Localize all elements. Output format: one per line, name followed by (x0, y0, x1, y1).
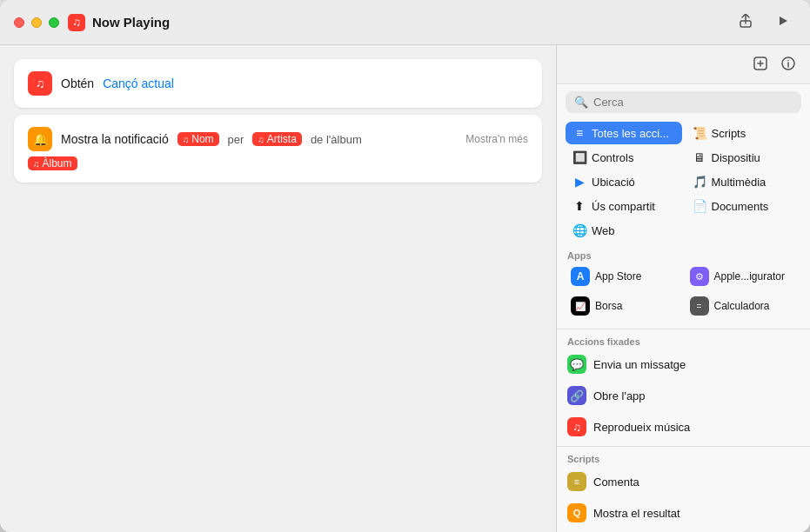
appstore-icon: A (571, 267, 590, 286)
category-label-totes: Totes les acci... (592, 127, 669, 140)
web-icon: 🌐 (572, 223, 586, 237)
apps-section: A App Store ⚙ Apple...igurator (557, 263, 810, 325)
documents-icon: 📄 (693, 199, 706, 213)
category-grid: ≡ Totes les acci... 📜 Scripts 🔲 Controls… (557, 120, 810, 247)
block-icon-bell: 🔔 (28, 127, 52, 151)
block-link-song[interactable]: Cançó actual (103, 76, 174, 90)
block-label-get: Obtén (61, 76, 94, 90)
envia-icon: 💬 (567, 355, 586, 374)
block-icon-music: ♫ (28, 71, 52, 96)
calculadora-icon: = (690, 296, 709, 316)
us-compartit-icon: ⬆ (572, 199, 586, 213)
title-bar-actions (735, 10, 793, 35)
divider-apps-fixed (557, 329, 810, 329)
action-label-reprodueix: Reprodueix música (593, 421, 690, 434)
category-label-web: Web (592, 224, 615, 237)
svg-point-3 (787, 60, 789, 62)
app-label-appstore: App Store (595, 270, 641, 283)
actions-panel: 🔍 ≡ Totes les acci... 📜 Scripts 🔲 (556, 45, 810, 532)
title-bar: ♫ Now Playing (0, 0, 810, 45)
app-icon: ♫ (68, 14, 85, 31)
category-pill-ubicacio[interactable]: ▶ Ubicació (566, 170, 682, 193)
action-label-obre: Obre l'app (593, 389, 646, 402)
controls-icon: 🔲 (572, 150, 586, 164)
main-window: ♫ Now Playing ♫ Obté (0, 0, 810, 532)
share-button[interactable] (735, 10, 756, 35)
ubicacio-icon: ▶ (572, 175, 586, 189)
multimedia-icon: 🎵 (693, 175, 706, 189)
actions-info-button[interactable] (777, 54, 800, 76)
category-label-controls: Controls (592, 151, 633, 164)
workflow-block-notify: 🔔 Mostra la notificació ♫ Nom per ♫ Arti… (14, 115, 542, 183)
scripts-icon: 📜 (693, 126, 706, 140)
appleconfigurator-icon: ⚙ (690, 267, 709, 286)
minimize-button[interactable] (31, 17, 42, 28)
close-button[interactable] (14, 17, 24, 28)
action-label-comenta: Comenta (593, 475, 639, 489)
category-pill-scripts[interactable]: 📜 Scripts (686, 122, 802, 144)
block-tag-album[interactable]: ♫ Àlbum (28, 156, 77, 170)
text-per: per (228, 133, 244, 146)
category-pill-documents[interactable]: 📄 Documents (686, 195, 802, 217)
category-pill-web[interactable]: 🌐 Web (566, 219, 682, 242)
divider-fixed-scripts (557, 446, 810, 447)
comenta-icon: ≡ (567, 472, 586, 491)
category-label-dispositiu: Dispositiu (712, 151, 760, 164)
category-pill-multimedia[interactable]: 🎵 Multimèdia (686, 170, 802, 193)
dispositiu-icon: 🖥 (693, 150, 706, 164)
block-tag-nom[interactable]: ♫ Nom (177, 132, 219, 146)
action-item-mostra-avis[interactable]: ! Mostra un avís (557, 529, 810, 532)
action-item-comenta[interactable]: ≡ Comenta (557, 466, 810, 497)
action-item-reprodueix[interactable]: ♫ Reprodueix música (557, 411, 810, 442)
action-item-envia[interactable]: 💬 Envia un missatge (557, 349, 810, 380)
app-label-calculadora: Calculadora (714, 300, 770, 312)
traffic-lights (14, 17, 59, 28)
obre-icon: 🔗 (567, 386, 586, 405)
app-item-appstore[interactable]: A App Store (566, 263, 683, 290)
action-item-obre[interactable]: 🔗 Obre l'app (557, 380, 810, 411)
block-tag-artista[interactable]: ♫ Artista (252, 132, 302, 146)
category-pill-controls[interactable]: 🔲 Controls (566, 146, 682, 169)
main-content: ♫ Obtén Cançó actual 🔔 Mostra la notific… (0, 45, 810, 532)
actions-header (557, 45, 810, 84)
category-label-ubicacio: Ubicació (592, 176, 635, 189)
show-more-button[interactable]: Mostra'n més (465, 133, 528, 145)
reprodueix-icon: ♫ (567, 417, 586, 436)
workflow-block-get: ♫ Obtén Cançó actual (14, 59, 542, 108)
block-inner-get: ♫ Obtén Cançó actual (28, 71, 528, 96)
window-title: Now Playing (92, 15, 170, 30)
search-input[interactable] (593, 96, 793, 109)
app-item-borsa[interactable]: 📈 Borsa (566, 292, 683, 320)
actions-add-button[interactable] (749, 54, 772, 76)
action-item-mostra-resultat[interactable]: Q Mostra el resultat (557, 497, 810, 529)
app-item-appleconfigurator[interactable]: ⚙ Apple...igurator (685, 263, 802, 290)
search-bar: 🔍 (566, 91, 801, 113)
block-label-notify: Mostra la notificació (61, 132, 169, 146)
borsa-icon: 📈 (571, 296, 590, 316)
category-label-us-compartit: Ús compartit (592, 200, 655, 213)
category-label-multimedia: Multimèdia (712, 176, 766, 189)
category-pill-totes[interactable]: ≡ Totes les acci... (566, 122, 682, 144)
apps-section-header: Apps (557, 247, 810, 263)
category-label-scripts: Scripts (712, 127, 746, 140)
category-label-documents: Documents (712, 200, 769, 213)
action-label-mostra-resultat: Mostra el resultat (593, 507, 680, 520)
block-inner-notify: 🔔 Mostra la notificació ♫ Nom per ♫ Arti… (28, 127, 528, 151)
category-pill-us-compartit[interactable]: ⬆ Ús compartit (566, 195, 682, 217)
search-icon: 🔍 (574, 96, 588, 109)
action-label-envia: Envia un missatge (593, 358, 686, 371)
category-pill-dispositiu[interactable]: 🖥 Dispositiu (686, 146, 802, 169)
fixed-section-header: Accions fixades (557, 333, 810, 349)
app-label-borsa: Borsa (595, 300, 622, 312)
maximize-button[interactable] (49, 17, 59, 28)
scripts-section-header: Scripts (557, 450, 810, 466)
apps-grid: A App Store ⚙ Apple...igurator (566, 263, 801, 325)
app-label-appleconfigurator: Apple...igurator (714, 270, 785, 283)
text-de-lalbum: de l'àlbum (311, 133, 362, 146)
list-icon: ≡ (572, 126, 586, 140)
play-button[interactable] (773, 11, 793, 34)
action-list: Apps A App Store ⚙ (557, 247, 810, 532)
workflow-panel: ♫ Obtén Cançó actual 🔔 Mostra la notific… (0, 45, 556, 532)
app-item-calculadora[interactable]: = Calculadora (685, 292, 802, 320)
mostra-resultat-icon: Q (567, 503, 586, 522)
